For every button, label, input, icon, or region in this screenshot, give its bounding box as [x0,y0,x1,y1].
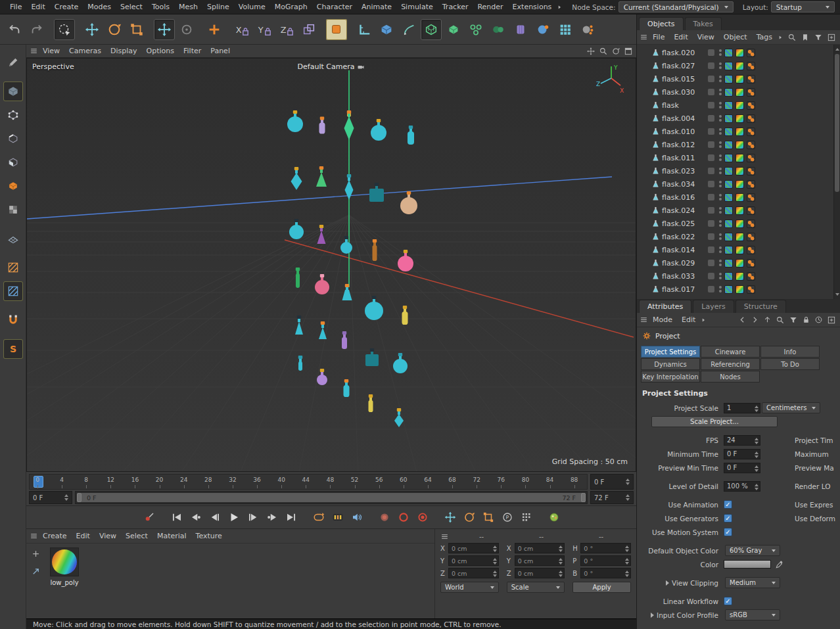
uvw-tag-icon[interactable] [724,272,733,281]
snap-enabled-icon[interactable] [3,281,23,301]
coordinate-input[interactable]: 0 cm [515,543,565,553]
material-tag-icon[interactable] [735,285,744,294]
model-mode-icon[interactable] [3,82,23,101]
current-frame-field[interactable]: 0 F [590,474,634,490]
preview-range-track[interactable]: 0 F 72 F [75,491,588,504]
material-tag-icon[interactable] [735,75,744,83]
active-tool[interactable] [154,19,175,40]
linear-workflow-checkbox[interactable]: ✓ [724,597,732,605]
visibility-toggle[interactable] [708,246,714,253]
sculpt-tool-icon[interactable]: S [3,339,23,359]
scroll-down-icon[interactable] [835,293,839,296]
tab-takes[interactable]: Takes [685,17,722,30]
attr-tab-referencing[interactable]: Referencing [701,358,760,370]
subdivision-surface-tool[interactable] [421,19,442,40]
workplane-mode-icon[interactable] [3,229,23,248]
keying-settings-icon[interactable] [413,509,431,526]
visibility-toggle[interactable] [708,141,714,148]
autokey-icon[interactable] [394,509,412,526]
rotate-view-icon[interactable] [611,47,620,56]
visibility-dots[interactable] [719,76,722,82]
visibility-dots[interactable] [719,102,722,108]
menu-overflow-icon[interactable] [556,4,563,11]
uvw-tag-icon[interactable] [724,88,733,97]
phong-tag-icon[interactable] [747,75,755,83]
add-object-tool[interactable] [204,19,225,40]
add-panel-icon[interactable] [827,33,836,42]
material-tag-icon[interactable] [735,259,744,268]
visibility-dots[interactable] [719,49,722,56]
bookmark-icon[interactable] [801,33,810,42]
visibility-dots[interactable] [719,246,722,253]
uvw-tag-icon[interactable] [724,167,733,175]
goto-end-icon[interactable] [282,509,300,526]
material-tag-icon[interactable] [735,128,744,136]
phong-tag-icon[interactable] [747,206,755,215]
menubar-item-mesh[interactable]: Mesh [174,3,202,11]
record-keyframe-icon[interactable] [140,509,158,526]
move-tool[interactable] [82,19,103,40]
coordinate-input[interactable]: 0 ° [580,543,631,553]
layout-select[interactable]: Startup [771,1,835,12]
use-motion-system-checkbox[interactable]: ✓ [724,528,732,536]
uvw-tag-icon[interactable] [724,75,733,83]
snap-disabled-icon[interactable] [3,258,23,277]
lock-icon[interactable] [802,315,810,324]
object-row[interactable]: flask.034 [637,177,833,191]
level-of-detail-field[interactable]: 100 % [724,481,760,492]
menubar-item-extensions[interactable]: Extensions [508,3,557,11]
scrollbar-thumb[interactable] [835,54,839,192]
search-icon[interactable] [776,315,785,325]
viewport-menu-panel[interactable]: Panel [206,47,235,55]
phong-tag-icon[interactable] [747,101,755,110]
material-tag-icon[interactable] [735,101,744,110]
menubar-item-simulate[interactable]: Simulate [396,3,438,11]
range-max-field[interactable]: 72 F [590,491,634,504]
tab-layers[interactable]: Layers [693,300,734,313]
material-tag-icon[interactable] [735,141,744,149]
array-tool[interactable] [465,19,486,40]
object-row[interactable]: flask.023 [637,164,833,177]
object-list-scrollbar[interactable] [833,45,840,299]
up-icon[interactable] [763,315,772,324]
phong-tag-icon[interactable] [747,233,755,241]
materials-menu-material[interactable]: Material [152,532,191,540]
primitive-cube-tool[interactable] [376,19,397,40]
zoom-view-icon[interactable] [599,47,608,56]
spline-pen-tool[interactable] [398,19,419,40]
key-position-icon[interactable] [441,509,459,526]
spinner-arrows[interactable] [626,478,630,485]
material-tag-icon[interactable] [735,49,744,57]
keyframe-bar-icon[interactable] [329,509,346,526]
effector-tool[interactable] [577,19,598,40]
dynamics-tool[interactable] [532,19,553,40]
menubar-item-volume[interactable]: Volume [234,3,270,11]
back-icon[interactable] [738,315,747,324]
spinner-arrows[interactable] [64,494,68,501]
visibility-dots[interactable] [719,194,722,200]
menubar-item-spline[interactable]: Spline [202,3,234,11]
material-tag-icon[interactable] [735,62,744,70]
object-row[interactable]: flask.015 [637,72,833,85]
materials-body[interactable]: low_poly [26,544,434,618]
default-object-color-select[interactable]: 60% Gray [725,545,780,556]
visibility-toggle[interactable] [708,76,714,82]
scale-tool[interactable] [126,19,147,40]
object-row[interactable]: flask.029 [637,256,833,269]
use-generators-checkbox[interactable]: ✓ [724,514,732,523]
visibility-toggle[interactable] [708,286,714,292]
forward-icon[interactable] [751,315,759,324]
phong-tag-icon[interactable] [747,272,755,281]
magnet-tool-icon[interactable] [3,310,23,330]
material-tag-icon[interactable] [735,88,744,97]
visibility-toggle[interactable] [708,181,714,187]
visibility-toggle[interactable] [708,154,714,161]
generator-cube-tool[interactable] [443,19,464,40]
visibility-dots[interactable] [719,168,722,174]
materials-menu-select[interactable]: Select [121,532,152,540]
material-tag-icon[interactable] [735,246,744,254]
visibility-dots[interactable] [719,260,722,266]
maximize-view-icon[interactable] [624,47,633,56]
viewport-menu-display[interactable]: Display [106,47,142,55]
uvw-tag-icon[interactable] [724,233,733,241]
